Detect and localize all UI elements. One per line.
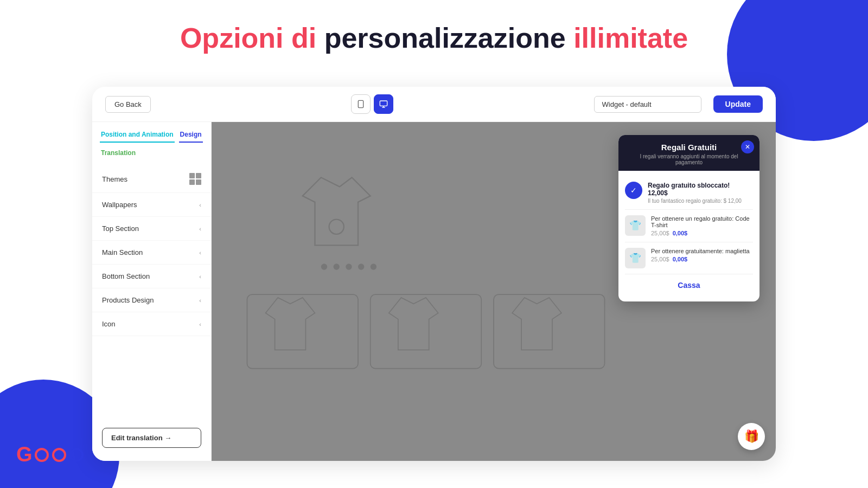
svg-point-9 — [358, 264, 364, 269]
title-part1: Opzioni di — [180, 22, 324, 54]
svg-rect-13 — [494, 294, 605, 368]
content-area: Position and Animation Design Translatio… — [92, 122, 776, 461]
product-info-1: Per ottenere un regalo gratuito: Code T-… — [651, 215, 753, 236]
main-container: Go Back Update Position — [92, 87, 776, 461]
popup-title: Regali Gratuiti — [627, 143, 751, 152]
preview-area: Regali Gratuiti I regali verranno aggiun… — [212, 122, 776, 461]
product-prices-1: 25,00$ 0,00$ — [651, 230, 753, 236]
svg-point-6 — [321, 264, 327, 269]
sidebar: Position and Animation Design Translatio… — [92, 122, 212, 461]
sidebar-item-top-section[interactable]: Top Section ‹ — [92, 217, 211, 241]
chevron-right-icon: ‹ — [199, 226, 201, 232]
sidebar-item-bottom-section[interactable]: Bottom Section ‹ — [92, 265, 211, 288]
popup-close-button[interactable]: ✕ — [741, 140, 754, 153]
chevron-right-icon: ‹ — [199, 273, 201, 280]
svg-point-8 — [346, 264, 352, 269]
svg-rect-2 — [380, 101, 387, 106]
sidebar-item-products-design[interactable]: Products Design ‹ — [92, 288, 211, 312]
tab-translation[interactable]: Translation — [100, 147, 137, 161]
mobile-view-button[interactable] — [351, 94, 371, 114]
chevron-right-icon: ‹ — [199, 249, 201, 256]
tab-position-animation[interactable]: Position and Animation — [100, 129, 175, 143]
sidebar-item-themes[interactable]: Themes — [92, 165, 211, 193]
product-prices-2: 25,00$ 0,00$ — [651, 256, 753, 262]
popup-subtitle: I regali verranno aggiunti al momento de… — [627, 153, 751, 165]
logo-letter-g: G — [16, 443, 33, 466]
mobile-icon — [356, 100, 365, 108]
popup-header: Regali Gratuiti I regali verranno aggiun… — [618, 135, 760, 171]
svg-point-10 — [371, 264, 376, 269]
desktop-view-button[interactable] — [374, 94, 393, 114]
sidebar-item-wallpapers[interactable]: Wallpapers ‹ — [92, 193, 211, 217]
product-info-2: Per ottenere gratuitamente: maglietta 25… — [651, 248, 753, 262]
chevron-right-icon: ‹ — [199, 297, 201, 304]
svg-point-5 — [329, 220, 344, 234]
product-thumb-2: 👕 — [625, 248, 646, 268]
page-title: Opzioni di personalizzazione illimitate — [0, 0, 868, 54]
product-thumb-1: 👕 — [625, 215, 646, 236]
svg-rect-0 — [359, 100, 363, 107]
desktop-icon — [379, 100, 388, 108]
logo-circle-1 — [35, 448, 49, 462]
logo: G — [16, 443, 85, 466]
sidebar-tabs: Position and Animation Design Translatio… — [92, 122, 211, 161]
svg-point-7 — [334, 264, 340, 269]
svg-rect-12 — [371, 294, 482, 368]
widget-select[interactable] — [594, 96, 701, 113]
logo-text: G — [16, 443, 85, 466]
popup-unlocked-gift: ✓ Regalo gratuito sbloccato! 12,00$ Il t… — [625, 176, 753, 210]
popup-cassa-button[interactable]: Cassa — [625, 274, 753, 296]
sidebar-item-main-section[interactable]: Main Section ‹ — [92, 241, 211, 265]
popup-product-2: 👕 Per ottenere gratuitamente: maglietta … — [625, 242, 753, 274]
update-button[interactable]: Update — [713, 95, 763, 113]
tab-design[interactable]: Design — [179, 129, 203, 143]
title-part3: illimitate — [573, 22, 688, 54]
unlocked-info: Regalo gratuito sbloccato! 12,00$ Il tuo… — [648, 182, 742, 204]
topbar-right: Update — [594, 95, 763, 113]
device-switcher — [351, 94, 393, 114]
logo-circle-3 — [69, 448, 84, 462]
chevron-right-icon: ‹ — [199, 202, 201, 208]
popup-product-1: 👕 Per ottenere un regalo gratuito: Code … — [625, 210, 753, 242]
gift-popup: Regali Gratuiti I regali verranno aggiun… — [618, 135, 760, 301]
logo-circle-2 — [52, 448, 66, 462]
check-circle-icon: ✓ — [625, 182, 642, 199]
sidebar-item-icon[interactable]: Icon ‹ — [92, 312, 211, 336]
svg-rect-11 — [247, 294, 358, 368]
gift-fab-button[interactable]: 🎁 — [738, 423, 765, 450]
title-part2: personalizzazione — [324, 22, 573, 54]
top-bar: Go Back Update — [92, 87, 776, 122]
sidebar-items: Themes Wallpapers ‹ Top Section ‹ — [92, 161, 211, 421]
popup-body: ✓ Regalo gratuito sbloccato! 12,00$ Il t… — [618, 171, 760, 301]
edit-translation-button[interactable]: Edit translation → — [102, 428, 201, 448]
go-back-button[interactable]: Go Back — [105, 96, 151, 113]
chevron-right-icon: ‹ — [199, 321, 201, 328]
themes-grid-icon — [189, 173, 201, 185]
